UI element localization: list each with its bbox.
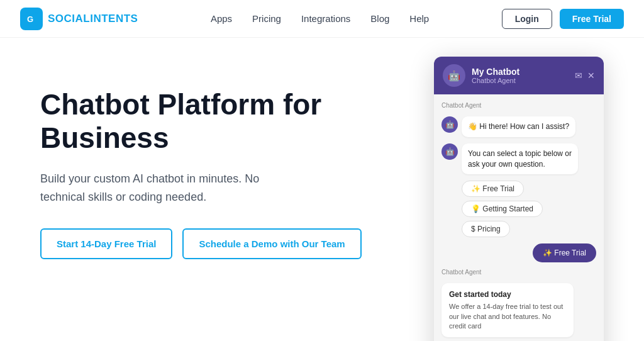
greeting-row: 🤖 👋 Hi there! How can I assist? <box>441 116 596 137</box>
header-actions: Login Free Trial <box>502 9 624 29</box>
start-trial-button[interactable]: Start 14-Day Free Trial <box>40 228 172 259</box>
chatbot-avatar: 🤖 <box>443 64 465 87</box>
chatbot-header-icons: ✉ ✕ <box>575 70 595 81</box>
option-getting-started[interactable]: 💡 Getting Started <box>462 201 543 217</box>
chat-options: ✨ Free Trial 💡 Getting Started $ Pricing <box>462 181 596 237</box>
bot-icon-1: 🤖 <box>441 116 458 133</box>
user-bubble-row: ✨ Free Trial <box>441 243 596 262</box>
user-selection-bubble: ✨ Free Trial <box>533 243 596 262</box>
logo-text: SOCIALINTENTS <box>48 13 138 25</box>
hero-subtitle: Build your custom AI chatbot in minutes.… <box>40 170 304 206</box>
agent-label-1: Chatbot Agent <box>441 102 596 109</box>
chatbot-name: My Chatbot <box>472 67 519 77</box>
response-row: Get started today We offer a 14-day free… <box>441 283 596 337</box>
nav-help[interactable]: Help <box>409 13 429 24</box>
login-button[interactable]: Login <box>502 9 552 29</box>
hero-title: Chatbot Platform for Business <box>40 88 367 155</box>
topic-row: 🤖 You can select a topic below or ask yo… <box>441 143 596 175</box>
option-free-trial[interactable]: ✨ Free Trial <box>462 181 524 197</box>
nav-apps[interactable]: Apps <box>211 13 232 24</box>
chatbot-widget: 🤖 My Chatbot Chatbot Agent ✉ ✕ Chatbot A… <box>434 57 604 341</box>
topic-bubble: You can select a topic below or ask your… <box>462 143 578 175</box>
chatbot-header-left: 🤖 My Chatbot Chatbot Agent <box>443 64 519 87</box>
close-icon[interactable]: ✕ <box>587 70 595 81</box>
option-pricing[interactable]: $ Pricing <box>462 221 510 237</box>
logo-icon: G <box>20 8 43 30</box>
nav-integrations[interactable]: Integrations <box>301 13 350 24</box>
response-title: Get started today <box>449 289 566 300</box>
nav-pricing[interactable]: Pricing <box>252 13 281 24</box>
response-label: Chatbot Agent <box>441 269 596 276</box>
chatbot-role: Chatbot Agent <box>472 77 519 84</box>
svg-text:G: G <box>27 14 33 24</box>
nav-blog[interactable]: Blog <box>370 13 389 24</box>
chatbot-body: Chatbot Agent 🤖 👋 Hi there! How can I as… <box>434 94 604 341</box>
chatbot-header-info: My Chatbot Chatbot Agent <box>472 67 519 84</box>
logo[interactable]: G SOCIALINTENTS <box>20 8 138 30</box>
bot-icon-2: 🤖 <box>441 143 458 160</box>
chatbot-header: 🤖 My Chatbot Chatbot Agent ✉ ✕ <box>434 57 604 94</box>
hero-buttons: Start 14-Day Free Trial Schedule a Demo … <box>40 228 367 259</box>
schedule-demo-button[interactable]: Schedule a Demo with Our Team <box>182 228 361 259</box>
main-nav: Apps Pricing Integrations Blog Help <box>211 13 429 24</box>
email-icon[interactable]: ✉ <box>575 70 582 81</box>
greeting-bubble: 👋 Hi there! How can I assist? <box>462 116 575 137</box>
free-trial-header-button[interactable]: Free Trial <box>560 9 624 29</box>
response-text: We offer a 14-day free trial to test out… <box>449 302 566 331</box>
hero-content: Chatbot Platform for Business Build your… <box>40 75 367 259</box>
response-bubble: Get started today We offer a 14-day free… <box>441 283 574 337</box>
